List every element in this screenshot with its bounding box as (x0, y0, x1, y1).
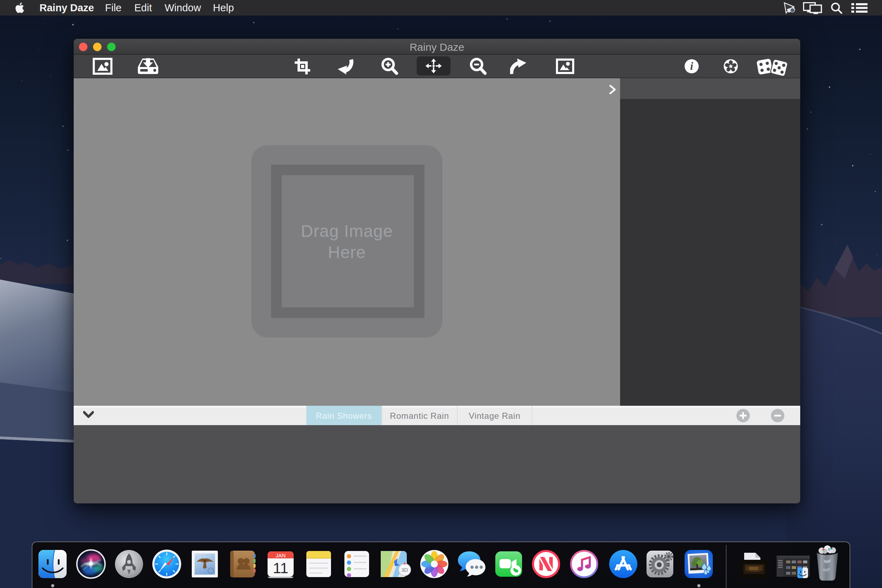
svg-text:JAN: JAN (276, 552, 285, 558)
svg-text:i: i (690, 60, 693, 72)
svg-text:11: 11 (273, 560, 288, 576)
svg-text:3D: 3D (401, 567, 408, 573)
